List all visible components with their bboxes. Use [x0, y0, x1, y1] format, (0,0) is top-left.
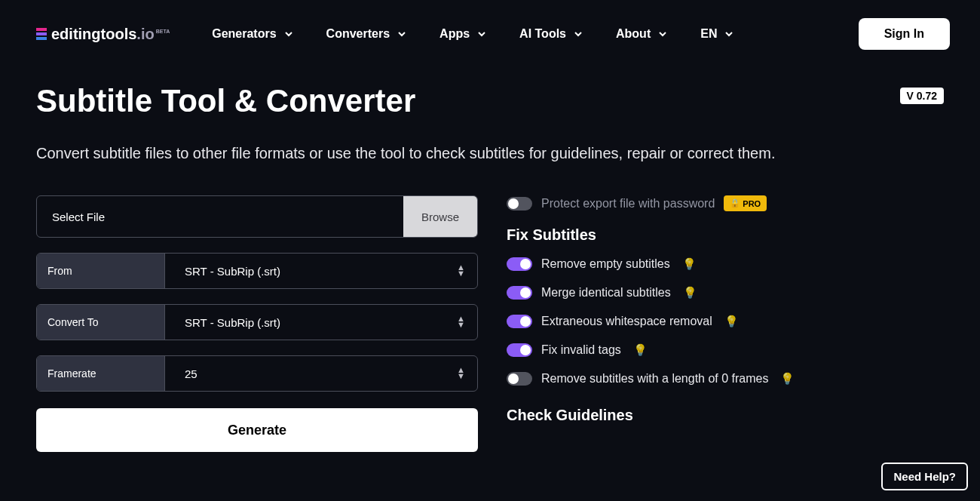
content: Subtitle Tool & Converter V 0.72 Convert… — [0, 68, 980, 452]
need-help-button[interactable]: Need Help? — [881, 463, 968, 490]
fix-subtitles-heading: Fix Subtitles — [507, 226, 944, 244]
protect-option: Protect export file with password 🔒 PRO — [507, 195, 944, 211]
hint-icon[interactable]: 💡 — [683, 286, 697, 300]
sign-in-button[interactable]: Sign In — [859, 18, 950, 50]
convert-to-value[interactable]: SRT - SubRip (.srt) ▲▼ — [165, 305, 477, 340]
hint-icon[interactable]: 💡 — [682, 257, 697, 271]
whitespace-label: Extraneous whitespace removal — [541, 315, 712, 328]
title-row: Subtitle Tool & Converter V 0.72 — [36, 83, 944, 119]
hint-icon[interactable]: 💡 — [633, 343, 648, 357]
nav-label: EN — [700, 27, 717, 41]
hint-icon[interactable]: 💡 — [780, 372, 795, 386]
select-arrows-icon: ▲▼ — [457, 265, 465, 276]
chevron-down-icon — [724, 29, 733, 38]
invalid-tags-label: Fix invalid tags — [541, 343, 621, 357]
version-badge: V 0.72 — [900, 88, 944, 104]
select-arrows-icon: ▲▼ — [457, 367, 465, 379]
chevron-down-icon — [658, 29, 667, 38]
nav-label: About — [616, 27, 651, 41]
merge-identical-label: Merge identical subtitles — [541, 286, 671, 300]
page-subtitle: Convert subtitle files to other file for… — [36, 145, 944, 162]
nav-label: Converters — [326, 27, 390, 41]
convert-to-select: Convert To SRT - SubRip (.srt) ▲▼ — [36, 304, 478, 340]
main-grid: Select File Browse From SRT - SubRip (.s… — [36, 195, 944, 452]
logo-icon — [36, 28, 47, 40]
hint-icon[interactable]: 💡 — [724, 315, 739, 328]
protect-label: Protect export file with password — [541, 197, 715, 211]
svg-rect-2 — [36, 37, 47, 40]
nav-label: AI Tools — [519, 27, 566, 41]
from-value[interactable]: SRT - SubRip (.srt) ▲▼ — [165, 254, 477, 288]
nav-language[interactable]: EN — [700, 27, 733, 41]
protect-toggle[interactable] — [507, 197, 532, 211]
generate-button[interactable]: Generate — [36, 408, 478, 452]
select-arrows-icon: ▲▼ — [457, 316, 465, 327]
chevron-down-icon — [397, 29, 406, 38]
svg-rect-0 — [36, 28, 47, 31]
nav-ai-tools[interactable]: AI Tools — [519, 27, 583, 41]
zero-frames-label: Remove subtitles with a length of 0 fram… — [541, 372, 768, 386]
chevron-down-icon — [574, 29, 583, 38]
from-select: From SRT - SubRip (.srt) ▲▼ — [36, 253, 478, 289]
nav-about[interactable]: About — [616, 27, 667, 41]
nav-label: Generators — [212, 27, 276, 41]
remove-empty-label: Remove empty subtitles — [541, 257, 670, 271]
chevron-down-icon — [284, 29, 293, 38]
pro-badge: 🔒 PRO — [724, 195, 767, 211]
browse-button[interactable]: Browse — [403, 196, 477, 237]
chevron-down-icon — [477, 29, 486, 38]
check-guidelines-heading: Check Guidelines — [507, 407, 944, 424]
framerate-value[interactable]: 25 ▲▼ — [165, 356, 477, 391]
nav-apps[interactable]: Apps — [439, 27, 486, 41]
whitespace-option: Extraneous whitespace removal 💡 — [507, 315, 944, 328]
header: editingtools.ioBETA Generators Converter… — [0, 0, 980, 68]
framerate-select: Framerate 25 ▲▼ — [36, 355, 478, 392]
nav-converters[interactable]: Converters — [326, 27, 406, 41]
nav-generators[interactable]: Generators — [212, 27, 292, 41]
page-title: Subtitle Tool & Converter — [36, 83, 415, 119]
convert-to-label: Convert To — [37, 305, 165, 340]
whitespace-toggle[interactable] — [507, 315, 532, 328]
logo[interactable]: editingtools.ioBETA — [36, 26, 170, 43]
right-column: Protect export file with password 🔒 PRO … — [507, 195, 944, 452]
from-label: From — [37, 254, 165, 288]
lock-icon: 🔒 — [730, 198, 740, 208]
file-input-text: Select File — [37, 196, 403, 237]
zero-frames-option: Remove subtitles with a length of 0 fram… — [507, 372, 944, 386]
left-column: Select File Browse From SRT - SubRip (.s… — [36, 195, 478, 452]
merge-identical-toggle[interactable] — [507, 286, 532, 300]
svg-rect-1 — [36, 32, 47, 35]
remove-empty-toggle[interactable] — [507, 257, 532, 271]
nav-label: Apps — [439, 27, 470, 41]
remove-empty-option: Remove empty subtitles 💡 — [507, 257, 944, 271]
nav: Generators Converters Apps AI Tools Abou… — [212, 27, 733, 41]
file-input[interactable]: Select File Browse — [36, 195, 478, 238]
merge-identical-option: Merge identical subtitles 💡 — [507, 286, 944, 300]
invalid-tags-toggle[interactable] — [507, 343, 532, 357]
invalid-tags-option: Fix invalid tags 💡 — [507, 343, 944, 357]
logo-text: editingtools.ioBETA — [51, 26, 170, 43]
framerate-label: Framerate — [37, 356, 165, 391]
zero-frames-toggle[interactable] — [507, 372, 532, 386]
